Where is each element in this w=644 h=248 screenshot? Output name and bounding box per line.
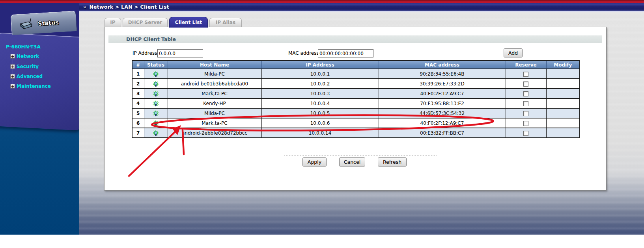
modify-cell — [546, 69, 580, 79]
reserve-checkbox[interactable] — [523, 111, 528, 116]
col-header-host: Host Name — [168, 61, 261, 69]
status-on-icon — [153, 91, 159, 97]
reserve-checkbox[interactable] — [523, 131, 528, 136]
ip-address-input[interactable] — [157, 49, 203, 57]
dotted-separator — [284, 155, 437, 156]
refresh-button[interactable]: Refresh — [378, 157, 407, 167]
expand-plus-icon[interactable]: + — [10, 84, 15, 89]
content-area: » Network > LAN > Client List IP DHCP Se… — [79, 3, 644, 235]
add-button[interactable]: Add — [504, 48, 523, 57]
status-button[interactable]: Status — [11, 11, 77, 35]
status-button-label: Status — [38, 19, 59, 27]
breadcrumb: » Network > LAN > Client List — [79, 3, 644, 11]
sidebar-item-advanced[interactable]: + Advanced — [10, 74, 43, 79]
sidebar-item-security[interactable]: + Security — [10, 64, 39, 69]
ip-address-label: IP Address — [133, 50, 157, 56]
table-row: 3 Mark,ta-PC 10.0.0.3 — [132, 89, 580, 98]
col-header-modify: Modify — [546, 61, 580, 69]
sidebar-item-network[interactable]: + Network — [10, 54, 39, 59]
modify-cell — [546, 89, 580, 98]
modify-cell — [546, 98, 580, 108]
device-model-label: P-660HN-T3A — [6, 44, 41, 50]
reserve-checkbox[interactable] — [523, 91, 528, 96]
col-header-reserve: Reserve — [506, 61, 546, 69]
nav-tree-line — [13, 55, 13, 86]
modify-cell — [546, 128, 580, 138]
status-on-icon — [153, 71, 159, 77]
col-header-num: # — [132, 61, 144, 69]
sidebar: Status P-660HN-T3A + Network + Security … — [0, 3, 79, 235]
status-on-icon — [153, 130, 159, 136]
status-on-icon — [153, 110, 159, 117]
expand-plus-icon[interactable]: + — [10, 74, 15, 79]
sidebar-item-maintenance[interactable]: + Maintenance — [10, 83, 51, 89]
modify-cell — [546, 108, 580, 118]
expand-plus-icon[interactable]: + — [10, 54, 15, 59]
cancel-button[interactable]: Cancel — [339, 157, 365, 167]
breadcrumb-text: Network > LAN > Client List — [89, 4, 169, 10]
table-row: 6 Mark,ta-PC 10.0.0.6 — [132, 118, 580, 128]
modify-cell — [546, 118, 580, 128]
top-brand-bar — [0, 0, 644, 3]
tab-client-list[interactable]: Client List — [169, 17, 208, 28]
tab-dhcp-server[interactable]: DHCP Server — [123, 18, 168, 27]
router-icon — [18, 18, 34, 31]
mac-address-label: MAC address — [288, 50, 319, 56]
table-row: 1 Milda-PC 10.0.0.1 — [132, 69, 580, 79]
status-on-icon — [153, 100, 159, 107]
reserve-checkbox[interactable] — [523, 81, 528, 87]
col-header-status: Status — [144, 61, 168, 69]
dhcp-client-table: # Status Host Name IP Address MAC addres… — [132, 60, 580, 138]
table-row: 2 android-be01b3b6abbcda00 10 — [132, 79, 580, 89]
router-admin-page: Status P-660HN-T3A + Network + Security … — [0, 0, 644, 248]
dhcp-client-panel: DHCP Client Table IP Address MAC address… — [104, 27, 607, 191]
table-row: 5 Milda-PC 10.0.0.5 — [132, 108, 580, 118]
tab-ip[interactable]: IP — [105, 18, 121, 27]
reserve-checkbox[interactable] — [523, 72, 528, 77]
status-on-icon — [153, 81, 159, 87]
table-row: 7 android-2ebbfe028d72bbcc 10 — [132, 128, 580, 138]
col-header-mac: MAC address — [379, 61, 506, 69]
reserve-checkbox[interactable] — [523, 101, 528, 106]
workspace-background: IP DHCP Server Client List IP Alias DHCP… — [79, 12, 644, 235]
status-on-icon — [153, 120, 159, 126]
double-arrow-icon: » — [83, 4, 86, 9]
table-row: 4 Kendy-HP 10.0.0.4 — [132, 98, 580, 108]
add-client-form: IP Address MAC address Add — [105, 48, 606, 59]
expand-plus-icon[interactable]: + — [10, 64, 15, 69]
apply-button[interactable]: Apply — [302, 157, 327, 167]
reserve-checkbox[interactable] — [523, 121, 528, 126]
modify-cell — [546, 79, 580, 89]
table-header-row: # Status Host Name IP Address MAC addres… — [132, 61, 580, 69]
col-header-ip: IP Address — [261, 61, 379, 69]
section-title: DHCP Client Table — [108, 35, 602, 43]
mac-address-input[interactable] — [318, 49, 373, 57]
tab-ip-alias[interactable]: IP Alias — [209, 18, 242, 27]
